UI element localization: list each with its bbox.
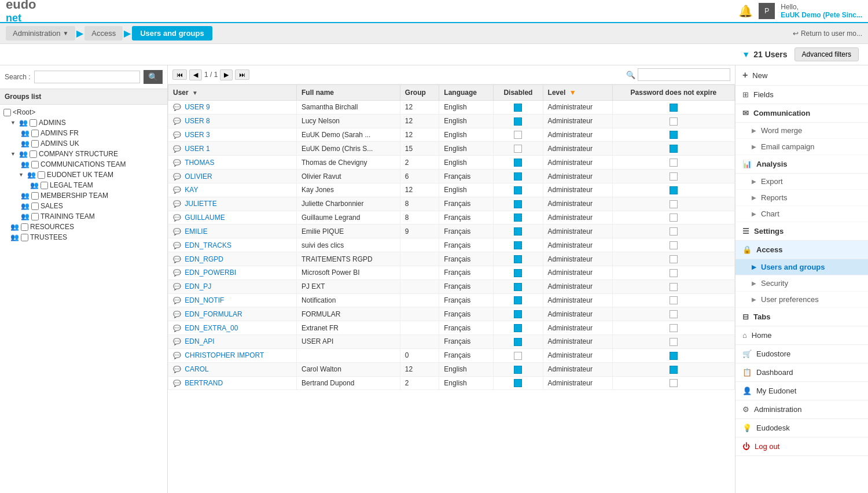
no-expire-cell[interactable] (612, 142, 734, 156)
tree-item-eudonet-uk[interactable]: ▼ 👥 EUDONET UK TEAM (0, 170, 167, 180)
no-expire-cell[interactable] (612, 252, 734, 266)
user-link[interactable]: THOMAS (185, 159, 214, 167)
table-search-input[interactable] (638, 68, 730, 81)
administration-action[interactable]: ⚙ Administration (735, 400, 868, 419)
search-button[interactable]: 🔍 (144, 70, 163, 84)
settings-action[interactable]: ☰ Settings (735, 222, 868, 241)
tree-checkbox-eudonet-uk[interactable] (38, 171, 45, 179)
tree-checkbox-resources[interactable] (21, 223, 28, 231)
tree-item-admins-uk[interactable]: 👥 ADMINS UK (0, 138, 167, 149)
user-link[interactable]: BERTRAND (185, 379, 223, 387)
dashboard-action[interactable]: 📋 Dashboard (735, 363, 868, 382)
user-link[interactable]: USER 3 (185, 131, 209, 139)
table-row[interactable]: 💬 EDN_EXTRA_00 Extranet FR Français Admi… (168, 321, 735, 335)
user-link[interactable]: USER 8 (185, 117, 209, 125)
breadcrumb-item-access[interactable]: Access (84, 26, 123, 41)
disabled-cell[interactable] (494, 128, 543, 142)
no-expire-cell[interactable] (612, 197, 734, 211)
disabled-cell[interactable] (494, 211, 543, 225)
no-expire-cell[interactable] (612, 293, 734, 307)
user-preferences-action[interactable]: ▶ User preferences (735, 292, 868, 308)
disabled-cell[interactable] (494, 362, 543, 376)
tree-item-admins[interactable]: ▼ 👥 ADMINS (0, 117, 167, 128)
user-link[interactable]: EDN_TRACKS (185, 241, 231, 249)
tree-item-training[interactable]: 👥 TRAINING TEAM (0, 211, 167, 222)
tree-checkbox-admins-uk[interactable] (31, 140, 39, 148)
analysis-section-header[interactable]: 📊 Analysis (735, 155, 868, 174)
my-eudonet-action[interactable]: 👤 My Eudonet (735, 382, 868, 400)
tree-checkbox-trustees[interactable] (21, 234, 28, 241)
access-section-header[interactable]: 🔒 Access (735, 241, 868, 259)
disabled-cell[interactable] (494, 335, 543, 349)
breadcrumb-item-users-groups[interactable]: Users and groups (132, 26, 212, 41)
no-expire-cell[interactable] (612, 183, 734, 197)
security-action[interactable]: ▶ Security (735, 275, 868, 292)
tree-item-admins-fr[interactable]: 👥 ADMINS FR (0, 128, 167, 138)
no-expire-cell[interactable] (612, 101, 734, 115)
return-link[interactable]: ↩ Return to user mo... (793, 30, 862, 38)
search-input[interactable] (34, 71, 140, 83)
table-row[interactable]: 💬 USER 3 EuUK Demo (Sarah ... 12 English… (168, 128, 735, 142)
no-expire-cell[interactable] (612, 238, 734, 252)
tree-item-trustees[interactable]: 👥 TRUSTEES (0, 232, 167, 242)
no-expire-cell[interactable] (612, 211, 734, 225)
user-link[interactable]: JULIETTE (185, 200, 216, 208)
user-link[interactable]: EDN_RGPD (185, 255, 223, 263)
no-expire-cell[interactable] (612, 156, 734, 170)
disabled-cell[interactable] (494, 238, 543, 252)
disabled-cell[interactable] (494, 114, 543, 128)
tree-item-company[interactable]: ▼ 👥 COMPANY STRUCTURE (0, 149, 167, 159)
export-action[interactable]: ▶ Export (735, 174, 868, 190)
no-expire-cell[interactable] (612, 279, 734, 293)
tree-checkbox-company[interactable] (30, 150, 37, 158)
disabled-cell[interactable] (494, 225, 543, 238)
no-expire-cell[interactable] (612, 225, 734, 238)
table-row[interactable]: 💬 EMILIE Emilie PIQUE 9 Français Adminis… (168, 225, 735, 238)
table-row[interactable]: 💬 EDN_FORMULAR FORMULAR Français Adminis… (168, 307, 735, 321)
word-merge-action[interactable]: ▶ Word merge (735, 123, 868, 139)
table-row[interactable]: 💬 THOMAS Thomas de Chevigny 2 English Ad… (168, 156, 735, 170)
table-row[interactable]: 💬 EDN_NOTIF Notification Français Admini… (168, 293, 735, 307)
tree-checkbox-admins-fr[interactable] (31, 130, 39, 137)
disabled-cell[interactable] (494, 197, 543, 211)
table-row[interactable]: 💬 BERTRAND Bertrand Dupond 2 English Adm… (168, 376, 735, 390)
table-row[interactable]: 💬 EDN_API USER API Français Administrate… (168, 335, 735, 349)
disabled-cell[interactable] (494, 279, 543, 293)
tree-item-resources[interactable]: 👥 RESOURCES (0, 222, 167, 232)
chart-action[interactable]: ▶ Chart (735, 206, 868, 222)
users-groups-action[interactable]: ▶ Users and groups (735, 259, 868, 275)
user-link[interactable]: EDN_POWERBI (185, 268, 236, 277)
table-row[interactable]: 💬 EDN_PJ PJ EXT Français Administrateur (168, 279, 735, 293)
user-link[interactable]: GUILLAUME (185, 214, 225, 222)
table-row[interactable]: 💬 EDN_RGPD TRAITEMENTS RGPD Français Adm… (168, 252, 735, 266)
no-expire-cell[interactable] (612, 321, 734, 335)
no-expire-cell[interactable] (612, 362, 734, 376)
no-expire-cell[interactable] (612, 114, 734, 128)
user-link[interactable]: EDN_API (185, 337, 214, 345)
tree-item-comms[interactable]: 👥 COMMUNICATIONS TEAM (0, 159, 167, 170)
tree-item-sales[interactable]: 👥 SALES (0, 201, 167, 211)
table-row[interactable]: 💬 JULIETTE Juliette Charbonnier 8 França… (168, 197, 735, 211)
tree-item-legal[interactable]: 👥 LEGAL TEAM (0, 180, 167, 190)
filter-active-icon[interactable]: ▼ (569, 89, 576, 97)
no-expire-cell[interactable] (612, 170, 734, 183)
user-link[interactable]: EDN_FORMULAR (185, 310, 242, 318)
table-row[interactable]: 💬 EDN_TRACKS suivi des clics Français Ad… (168, 238, 735, 252)
email-campaign-action[interactable]: ▶ Email campaign (735, 139, 868, 155)
next-page-button[interactable]: ▶ (220, 69, 233, 80)
disabled-cell[interactable] (494, 307, 543, 321)
disabled-cell[interactable] (494, 252, 543, 266)
sort-icon-user[interactable]: ▼ (192, 90, 198, 96)
home-action[interactable]: ⌂ Home (735, 326, 868, 345)
disabled-cell[interactable] (494, 266, 543, 279)
fields-action[interactable]: ⊞ Fields (735, 86, 868, 104)
no-expire-cell[interactable] (612, 266, 734, 279)
disabled-cell[interactable] (494, 183, 543, 197)
user-link[interactable]: EDN_NOTIF (185, 296, 224, 304)
no-expire-cell[interactable] (612, 376, 734, 390)
reports-action[interactable]: ▶ Reports (735, 190, 868, 206)
communication-section-header[interactable]: ✉ Communication (735, 104, 868, 123)
user-pin[interactable]: P (759, 3, 775, 19)
tree-checkbox-admins[interactable] (30, 119, 37, 127)
table-row[interactable]: 💬 USER 9 Samantha Birchall 12 English Ad… (168, 101, 735, 115)
